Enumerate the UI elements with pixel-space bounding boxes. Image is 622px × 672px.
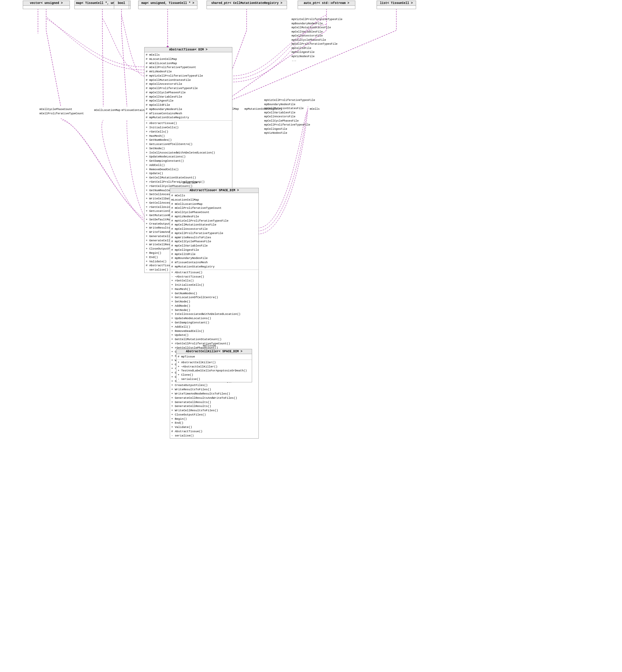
box-bool: bool (114, 1, 129, 9)
box-abstract-cell-killer: AbstractCellKiller< SPACE_DIM > # mpTiss… (176, 349, 252, 382)
svg-line-6 (122, 30, 127, 106)
box-vector-unsigned: vector< unsigned > (23, 1, 70, 9)
box-shared-ptr-title: shared_ptr< CellMutationStateRegistry > (207, 1, 287, 6)
diagram-container: vector< unsigned > map< TissueCell *, un… (0, 0, 622, 672)
box-abstract-tissue-space-dim: AbstractTissue< SPACE_DIM > # mCells mLo… (170, 188, 259, 439)
rl-mpcellancestors: mpCellAncestorsFile (264, 115, 315, 119)
box-list-title: list< TissueCell > (377, 1, 416, 6)
space-dim-label: < SPACE_DIM > (179, 182, 201, 185)
label-mpcellancestors: mpCellAncestorsFile (291, 34, 342, 38)
rl-mpcellages: mpCellAgesFile (264, 127, 315, 132)
rl-mpviznodes: mpVizNodesFile (264, 131, 315, 135)
label-mpcellcyclephases: mpCellCyclePhasesFile (291, 38, 342, 42)
box-shared-ptr: shared_ptr< CellMutationStateRegistry > (207, 1, 287, 9)
label-mpviz: mpVizCellProliferativeTypesFile (291, 18, 342, 22)
label-mpboundary: mpBoundaryNodesFile (291, 22, 342, 26)
box-bool-title: bool (114, 1, 129, 6)
top-right-labels: mpVizCellProliferativeTypesFile mpBounda… (291, 18, 342, 63)
label-mpcellages: mpCellAgesFile (291, 51, 342, 55)
abstract-tissue-space-dim-title: AbstractTissue< SPACE_DIM > (170, 188, 258, 193)
rl-mpcellcyclephases: mpCellCyclePhasesFile (264, 119, 315, 123)
right-lower-labels: mpVizCellProliferativeTypesFile mpBounda… (264, 98, 315, 135)
box-vector-unsigned-title: vector< unsigned > (23, 1, 70, 6)
abstract-cell-killer-methods: + AbstractCellKiller() + ~AbstractCellKi… (176, 360, 252, 382)
mptissue-label: mpTissue (203, 344, 216, 347)
box-auto-ptr: auto_ptr< std::ofstream > (298, 1, 355, 9)
box-auto-ptr-title: auto_ptr< std::ofstream > (298, 1, 355, 6)
label-mpcellvariables: mpCellVariablesFile (291, 30, 342, 34)
rl-mpcellmutation: mpCellMutationStatesFile (264, 107, 315, 111)
label-mCellCyclePhaseCount: mCellCyclePhaseCount (39, 107, 84, 112)
label-mCellProliferativeTypeCount: mCellProliferativeTypeCount (39, 112, 84, 116)
rl-mpviz: mpVizCellProliferativeTypesFile (264, 98, 315, 103)
label-ellipsis: ... (291, 59, 342, 63)
label-mpcellid: mpCellIdFile (291, 46, 342, 51)
label-mpviznodesfile: mpVizNodesFile (291, 55, 342, 59)
box-map-unsigned-tissuecell: map< unsigned, TissueCell * > (138, 1, 198, 9)
rl-mpboundary: mpBoundaryNodesFile (264, 103, 315, 107)
abstract-tissue-space-dim-attributes: # mCells mLocationCellMap # mCellLocatio… (170, 193, 258, 270)
abstract-tissue-dim-title: AbstractTissue< DIM > (145, 47, 232, 52)
left-labels: mCellCyclePhaseCount mCellProliferativeT… (39, 107, 84, 116)
svg-line-4 (102, 30, 103, 106)
label-mpcellmutation: mpCellMutationStatesFile (291, 26, 342, 30)
box-map-unsigned-title: map< unsigned, TissueCell * > (138, 1, 197, 6)
abstract-tissue-dim-attributes: # mCells # mLocationCellMap # mCellLocat… (145, 52, 232, 121)
label-mCellLocationMap: mCellLocationMap (94, 109, 120, 112)
rl-mpcellvariables: mpCellVariablesFile (264, 111, 315, 115)
abstract-cell-killer-attributes: # mpTissue (176, 354, 252, 360)
label-mpcellproliferative: mpCellProliferativeTypesFile (291, 42, 342, 46)
rl-mpcellproliferative: mpCellProliferativeTypesFile (264, 123, 315, 127)
box-list-tissuecell: list< TissueCell > (377, 1, 416, 9)
svg-line-1 (46, 30, 61, 106)
abstract-cell-killer-title: AbstractCellKiller< SPACE_DIM > (176, 349, 252, 354)
